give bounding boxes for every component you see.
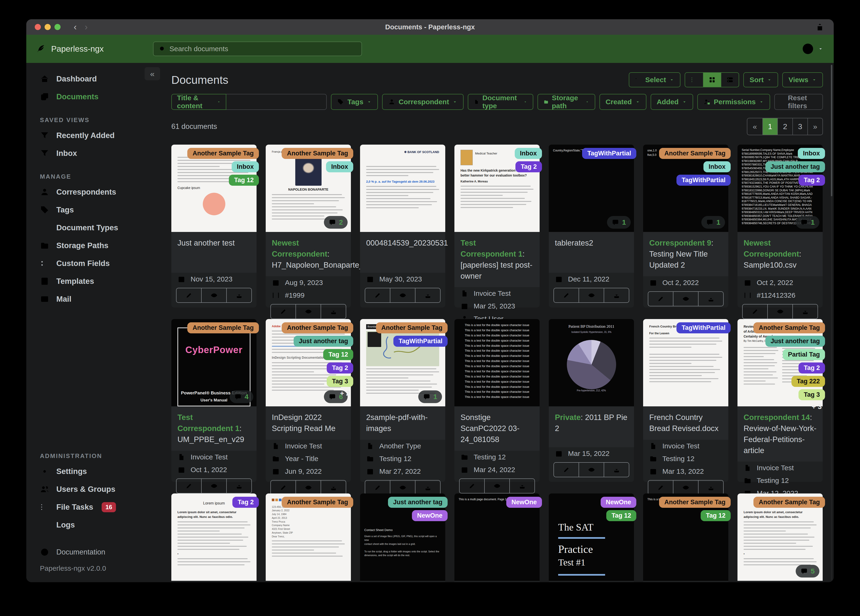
title-content-input[interactable] xyxy=(226,94,327,110)
sort-button[interactable]: Sort xyxy=(743,72,778,87)
download-document-button[interactable] xyxy=(793,305,818,319)
document-card[interactable]: This is a multi page document. Page 1. N… xyxy=(454,493,540,582)
preview-document-button[interactable] xyxy=(484,479,509,493)
document-title[interactable]: Correspondent 9: Testing New Title Updat… xyxy=(643,232,728,276)
user-menu[interactable] xyxy=(801,42,823,55)
sidebar-item-mail[interactable]: Mail xyxy=(26,290,164,308)
document-card[interactable]: Lorem ipsumLorem ipsum dolor sit amet, c… xyxy=(171,493,257,582)
tag-badge[interactable]: Another Sample Tag xyxy=(753,322,825,333)
document-card[interactable]: ❄ BANK OF SCOTLAND2,0 % p. a. auf Ihr Ta… xyxy=(360,145,445,308)
document-card[interactable]: Test Name123-456-7890January 2, 2022July… xyxy=(266,493,351,582)
document-correspondent[interactable]: Test Correspondent 1 xyxy=(460,239,523,258)
tag-badge[interactable]: TagWithPartial xyxy=(676,322,731,333)
edit-document-button[interactable] xyxy=(176,479,201,493)
edit-document-button[interactable] xyxy=(554,463,579,477)
edit-document-button[interactable] xyxy=(554,288,579,302)
edit-document-button[interactable] xyxy=(648,292,673,306)
sidebar-item-users-groups[interactable]: Users & Groups xyxy=(26,480,164,498)
sidebar-item-dashboard[interactable]: Dashboard xyxy=(26,70,164,88)
tag-badge[interactable]: Another Sample Tag xyxy=(187,322,259,333)
minimize-window-button[interactable] xyxy=(45,24,51,30)
document-title[interactable]: Sonstige ScanPC2022 03-24_081058 xyxy=(454,406,540,451)
download-document-button[interactable] xyxy=(509,479,534,493)
filter-storage-path-button[interactable]: Storage path xyxy=(538,94,595,110)
edit-document-button[interactable] xyxy=(176,288,201,302)
tag-badge[interactable]: Tag 3 xyxy=(327,376,353,387)
tag-badge[interactable]: Another Sample Tag xyxy=(376,322,447,333)
filter-added-button[interactable]: Added xyxy=(651,94,693,110)
document-title[interactable]: Newest Correspondent: Sample100.csv xyxy=(738,232,823,276)
download-document-button[interactable] xyxy=(226,479,251,493)
document-card[interactable]: Lorem ipsumLorem ipsum dolor sit amet, c… xyxy=(738,493,823,582)
download-document-button[interactable] xyxy=(415,288,440,302)
edit-document-button[interactable] xyxy=(460,479,484,493)
page-3[interactable]: 3 xyxy=(793,118,807,135)
reset-filters-button[interactable]: Reset filters xyxy=(774,94,823,110)
tag-badge[interactable]: Tag 222 xyxy=(791,376,825,387)
sidebar-item-tags[interactable]: Tags xyxy=(26,201,164,219)
tag-badge[interactable]: Another Sample Tag xyxy=(659,148,731,159)
document-title[interactable]: 0004814539_20230531 xyxy=(360,232,445,273)
document-thumbnail[interactable]: ❄ BANK OF SCOTLAND2,0 % p. a. auf Ihr Ta… xyxy=(360,145,445,232)
tag-badge[interactable]: Another Sample Tag xyxy=(282,322,353,333)
tag-badge[interactable]: Tag 2 xyxy=(232,497,259,508)
select-button[interactable]: Select xyxy=(629,72,680,87)
search-input[interactable] xyxy=(169,45,356,53)
sidebar-item-recently-added[interactable]: Recently Added xyxy=(26,127,164,145)
edit-document-button[interactable] xyxy=(271,481,295,495)
page-1[interactable]: 1 xyxy=(762,118,777,135)
view-grid-button[interactable] xyxy=(703,73,721,87)
download-document-button[interactable] xyxy=(698,481,723,495)
document-card[interactable]: one,1.0five,5.01 Another Sample TagInbox… xyxy=(643,145,728,308)
document-card[interactable]: Patient BP Distribution 2011Isolated Sys… xyxy=(549,319,634,482)
share-icon[interactable] xyxy=(815,22,824,31)
tag-badge[interactable]: Tag 12 xyxy=(323,349,353,360)
sidebar-item-documentation[interactable]: Documentation xyxy=(26,543,164,561)
edit-document-button[interactable] xyxy=(365,288,390,302)
document-card[interactable]: Adobe Acrobat PDF FilesCupcake ipsum Ano… xyxy=(171,145,257,308)
document-thumbnail[interactable]: Patient BP Distribution 2011Isolated Sys… xyxy=(549,319,634,406)
preview-document-button[interactable] xyxy=(767,305,793,319)
view-list-button[interactable] xyxy=(685,73,703,87)
tag-badge[interactable]: Tag 2 xyxy=(515,161,542,172)
document-title[interactable]: tablerates2 xyxy=(549,232,634,273)
filter-permissions-button[interactable]: Permissions xyxy=(697,94,770,110)
document-title[interactable]: Private: 2011 BP Pie 2 xyxy=(549,406,634,447)
document-card[interactable]: Country,Region/State,"Table rates"1 TagW… xyxy=(549,145,634,308)
sidebar-item-file-tasks[interactable]: File Tasks16 xyxy=(26,498,164,516)
edit-document-button[interactable] xyxy=(743,305,767,319)
document-correspondent[interactable]: Newest Correspondent xyxy=(744,239,799,258)
download-document-button[interactable] xyxy=(604,463,629,477)
tag-badge[interactable]: Just another tag xyxy=(388,497,447,508)
tag-badge[interactable]: Tag 2 xyxy=(799,363,825,374)
document-title[interactable]: Correspondent 14: Review-of-New-York-Fed… xyxy=(738,406,823,462)
sidebar-item-settings[interactable]: Settings xyxy=(26,462,164,480)
view-cards-button[interactable] xyxy=(721,73,739,87)
browser-back-icon[interactable]: ‹ xyxy=(74,22,77,31)
tag-badge[interactable]: Another Sample Tag xyxy=(187,148,259,159)
tag-badge[interactable]: Tag 12 xyxy=(701,510,731,521)
sidebar-item-custom-fields[interactable]: Custom Fields xyxy=(26,255,164,272)
sidebar-item-logs[interactable]: Logs xyxy=(26,516,164,534)
preview-document-button[interactable] xyxy=(295,305,321,319)
download-document-button[interactable] xyxy=(698,292,723,306)
download-document-button[interactable] xyxy=(604,288,629,302)
preview-document-button[interactable] xyxy=(579,288,604,302)
tag-badge[interactable]: TagWithPartial xyxy=(582,148,636,159)
document-title[interactable]: Test Correspondent 1: [paperless] test p… xyxy=(454,232,540,287)
preview-document-button[interactable] xyxy=(579,463,604,477)
download-document-button[interactable] xyxy=(321,481,346,495)
tag-badge[interactable]: Another Sample Tag xyxy=(659,497,731,508)
download-document-button[interactable] xyxy=(415,481,440,495)
tag-badge[interactable]: Another Sample Tag xyxy=(282,497,353,508)
more-tags-count[interactable]: + 2 xyxy=(340,389,353,397)
document-correspondent[interactable]: Correspondent 9 xyxy=(649,239,711,247)
tag-badge[interactable]: Another Sample Tag xyxy=(753,497,825,508)
document-card[interactable]: Francja pod r.NAPOLEON BONAPARTE2 Anothe… xyxy=(266,145,351,308)
filter-correspondent-button[interactable]: Correspondent xyxy=(382,94,464,110)
tag-badge[interactable]: TagWithPartial xyxy=(676,174,731,186)
views-button[interactable]: Views xyxy=(782,72,823,87)
download-document-button[interactable] xyxy=(226,288,251,302)
scrollbar-thumb[interactable] xyxy=(831,65,832,196)
close-window-button[interactable] xyxy=(35,24,41,30)
